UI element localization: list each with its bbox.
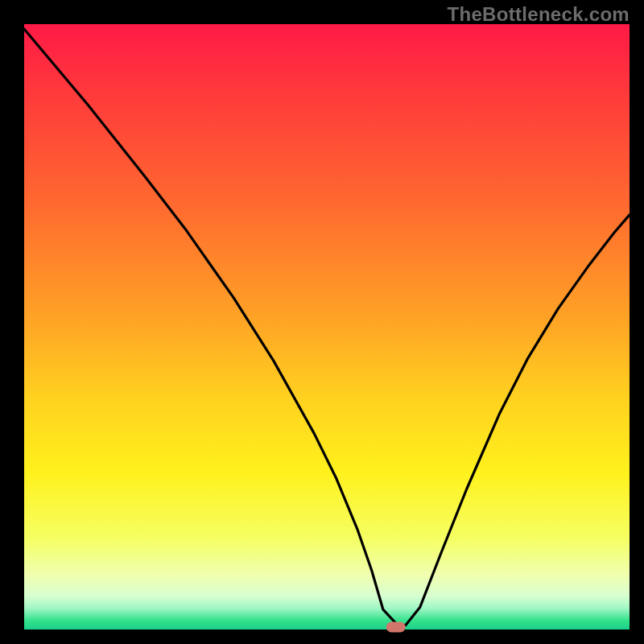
chart-frame: TheBottleneck.com xyxy=(0,0,644,644)
optimum-marker xyxy=(386,622,406,633)
watermark-text: TheBottleneck.com xyxy=(448,3,630,26)
bottleneck-chart xyxy=(0,0,644,644)
plot-background xyxy=(24,24,630,630)
